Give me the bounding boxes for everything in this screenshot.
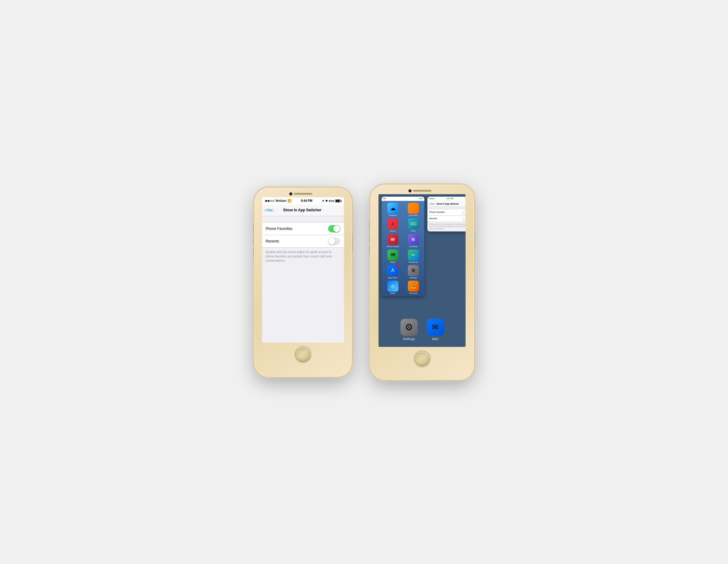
mini-toggle-knob-1 xyxy=(463,211,466,214)
status-right: ✈ ✱ 91% xyxy=(322,200,341,203)
app-icon-overcast[interactable]: 📻 Overcast xyxy=(404,281,423,294)
weather-icon: ☁ xyxy=(387,203,398,214)
signal-strength xyxy=(265,200,274,202)
status-bar: Verizon 📶 9:44 PM ✈ ✱ 91% xyxy=(262,197,344,205)
safari-icon: ◎ xyxy=(387,281,398,291)
safari-label: Safari xyxy=(390,292,395,294)
speaker-grille xyxy=(294,193,312,195)
back-arrow-icon: ‹ xyxy=(265,208,266,213)
settings-card-content: ‹ Mail... Show In App Switcher Phone Fav… xyxy=(427,201,466,232)
mini-settings-section: Phone Favorites Recents xyxy=(427,209,466,222)
app-icon-maps[interactable]: 🗺 Maps xyxy=(383,250,402,263)
office-label: Office Mobile xyxy=(386,246,399,248)
mini-favorites-toggle xyxy=(462,211,466,214)
battery-percent: 91% xyxy=(329,200,334,203)
recents-toggle[interactable] xyxy=(328,238,340,245)
app-icon-settings-home[interactable]: ⚙ Settings xyxy=(404,265,423,279)
phone-favorites-row[interactable]: Phone Favorites xyxy=(262,223,344,235)
card1-battery: 91% xyxy=(419,198,423,200)
carrier-label: Verizon xyxy=(276,199,287,203)
navigation-bar: ‹ Mail... Show In App Switcher xyxy=(262,205,344,216)
screen-switcher: PM 91% ☁ Weather xyxy=(379,194,466,347)
app-icon-appstore[interactable]: A 1 App Store xyxy=(383,265,402,279)
mini-recents-row: Recents xyxy=(427,216,466,222)
signal-dot-1 xyxy=(265,200,267,202)
app-icon-passbook[interactable]: ≡≡ Passbook xyxy=(404,250,423,263)
battery-icon xyxy=(335,200,341,203)
app-icon-fitbit[interactable]: ⬡⬡ Fitbit xyxy=(404,218,423,232)
bluetooth-icon: ✱ xyxy=(325,200,328,203)
mini-description: Double-click the home button for quick a… xyxy=(427,222,466,232)
app-switcher-screen: PM 91% ☁ Weather xyxy=(379,194,466,347)
mini-nav: ‹ Mail... Show In App Switcher xyxy=(427,201,466,207)
passbook-icon: ≡≡ xyxy=(408,250,419,261)
dock-mail-label: Mail xyxy=(432,337,438,341)
home-screen-card[interactable]: PM 91% ☁ Weather xyxy=(382,197,424,296)
dock-settings[interactable]: ⚙ Settings xyxy=(401,319,418,341)
home-button[interactable] xyxy=(295,346,311,362)
appstore-icon: A 1 xyxy=(387,265,398,276)
dock-mail-icon: ✉ xyxy=(427,319,444,336)
status-time: 9:44 PM xyxy=(301,199,313,203)
screen-settings: Verizon 📶 9:44 PM ✈ ✱ 91% ‹ Mail... xyxy=(262,197,344,342)
home-button-2[interactable] xyxy=(414,350,430,366)
app-cards-container: PM 91% ☁ Weather xyxy=(379,194,466,316)
card2-carrier: Verizon xyxy=(429,198,435,200)
toggle-knob-favorites xyxy=(333,225,340,232)
status-left: Verizon 📶 xyxy=(265,199,291,203)
recents-label: Recents xyxy=(266,239,279,244)
settings-home-icon: ⚙ xyxy=(408,265,419,276)
dock-settings-label: Settings xyxy=(403,337,415,341)
card2-time: 9:44 PM xyxy=(447,198,453,200)
fitbit-icon: ⬡⬡ xyxy=(408,218,419,229)
recents-row[interactable]: Recents xyxy=(262,235,344,247)
settings-content: Phone Favorites Recents Double-click the… xyxy=(262,216,344,342)
settings-screen: Verizon 📶 9:44 PM ✈ ✱ 91% ‹ Mail... xyxy=(262,197,344,342)
app-icon-office[interactable]: W Office Mobile xyxy=(383,234,402,248)
weather-label: Weather xyxy=(389,214,397,217)
iphone-settings: Verizon 📶 9:44 PM ✈ ✱ 91% ‹ Mail... xyxy=(254,188,352,377)
nav-title: Show In App Switcher xyxy=(276,208,329,212)
wifi-icon: 📶 xyxy=(287,199,291,203)
fitbit-label: Fitbit xyxy=(411,230,415,232)
music-icon: ♪ xyxy=(387,218,398,229)
signal-dot-2 xyxy=(268,200,269,202)
settings-screen-card[interactable]: Verizon 9:44 PM 91% ‹ Mail... Show In Ap… xyxy=(427,197,466,232)
app-icon-weather[interactable]: ☁ Weather xyxy=(383,203,402,217)
app-icon-music[interactable]: ♪ Music xyxy=(383,218,402,232)
dock-settings-icon: ⚙ xyxy=(401,319,418,336)
switcher-dock: ⚙ Settings ✉ Mail xyxy=(379,316,466,347)
home-screen-content: ☁ Weather Calculator xyxy=(382,201,424,296)
mini-recents-toggle xyxy=(462,217,466,221)
dock-mail[interactable]: ✉ Mail xyxy=(427,319,444,341)
mini-back-label: ‹ Mail... xyxy=(429,203,436,205)
appstore-label: App Store xyxy=(388,277,397,279)
mini-nav-title: Show In App Switcher xyxy=(436,203,459,205)
front-camera-2 xyxy=(408,189,412,192)
office-icon: W xyxy=(387,234,398,245)
app-icon-safari[interactable]: ◎ Safari xyxy=(383,281,402,294)
battery-fill xyxy=(336,200,340,202)
toggle-knob-recents xyxy=(328,238,335,245)
phone-favorites-toggle[interactable] xyxy=(328,225,340,233)
passbook-label: Passbook xyxy=(408,261,418,263)
overcast-icon: 📻 xyxy=(408,281,419,291)
back-button[interactable]: ‹ Mail... xyxy=(265,208,276,213)
onenote-icon: N xyxy=(408,234,419,245)
phone-favorites-label: Phone Favorites xyxy=(266,227,292,231)
mini-toggle-knob-2 xyxy=(463,217,466,220)
card1-time: PM xyxy=(383,198,386,200)
maps-label: Maps xyxy=(390,261,395,263)
overcast-label: Overcast xyxy=(409,292,417,294)
iphone-switcher: PM 91% ☁ Weather xyxy=(370,185,474,380)
music-label: Music xyxy=(390,230,395,232)
mini-phone-favorites-label: Phone Favorites xyxy=(429,211,445,213)
location-icon: ✈ xyxy=(322,200,324,203)
calculator-icon xyxy=(408,203,419,214)
card2-battery: 91% xyxy=(465,198,466,200)
mini-phone-favorites-row: Phone Favorites xyxy=(427,209,466,216)
settings-home-label: Settings xyxy=(409,277,417,279)
app-icon-onenote[interactable]: N OneNote xyxy=(404,234,423,248)
onenote-label: OneNote xyxy=(409,246,417,248)
app-icon-calculator[interactable]: Calculator xyxy=(404,203,423,217)
